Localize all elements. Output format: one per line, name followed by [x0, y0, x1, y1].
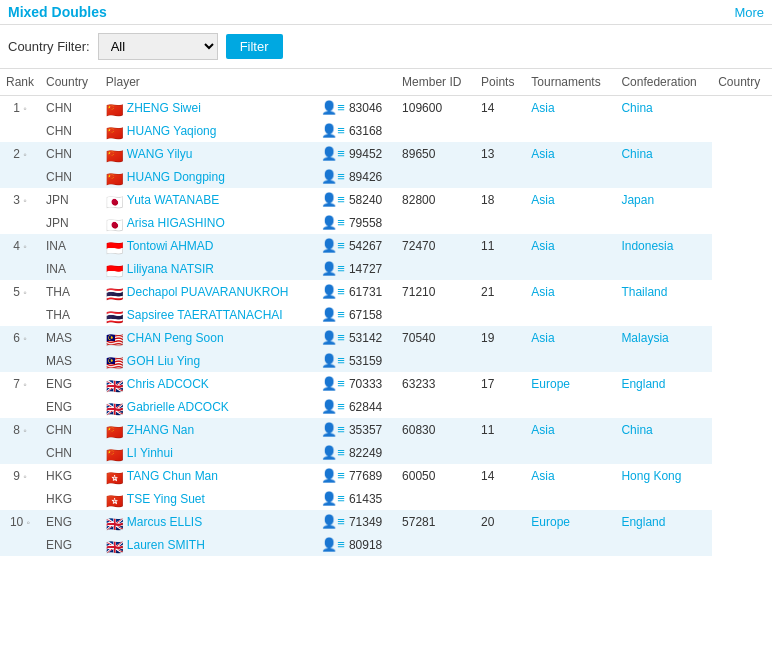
rank-cell: 3 ◦: [0, 188, 40, 211]
confederation-link[interactable]: Asia: [531, 239, 554, 253]
player-name-cell: Gabrielle ADCOCK: [100, 395, 315, 418]
member-id-cell: 👤≡79558: [315, 211, 396, 234]
gb-flag-icon: [106, 516, 124, 528]
player-link[interactable]: ZHANG Nan: [127, 423, 194, 437]
country-full-link[interactable]: China: [621, 423, 652, 437]
tournaments-cell: 13: [475, 142, 525, 165]
table-row: 7 ◦ENGChris ADCOCK👤≡703336323317EuropeEn…: [0, 372, 772, 395]
gb-flag-icon: [106, 539, 124, 551]
country-full-link[interactable]: Thailand: [621, 285, 667, 299]
player-link[interactable]: Chris ADCOCK: [127, 377, 209, 391]
confederation-link[interactable]: Asia: [531, 331, 554, 345]
person-icon: 👤≡: [321, 422, 345, 437]
person-icon: 👤≡: [321, 330, 345, 345]
player-link[interactable]: Marcus ELLIS: [127, 515, 202, 529]
player-link[interactable]: TANG Chun Man: [127, 469, 218, 483]
player-link[interactable]: LI Yinhui: [127, 446, 173, 460]
table-row: CHNHUANG Yaqiong👤≡63168: [0, 119, 772, 142]
confederation-link[interactable]: Asia: [531, 193, 554, 207]
country-filter-select[interactable]: All: [98, 33, 218, 60]
country-full-cell: [615, 257, 712, 280]
country-full-cell: Malaysia: [615, 326, 712, 349]
cn-flag-icon: [106, 125, 124, 137]
tournaments-cell: [475, 487, 525, 510]
country-full-link[interactable]: Indonesia: [621, 239, 673, 253]
player-link[interactable]: Arisa HIGASHINO: [127, 216, 225, 230]
table-row: HKGTSE Ying Suet👤≡61435: [0, 487, 772, 510]
table-row: 9 ◦HKGTANG Chun Man👤≡776896005014AsiaHon…: [0, 464, 772, 487]
cn-flag-icon: [106, 447, 124, 459]
person-icon: 👤≡: [321, 399, 345, 414]
player-link[interactable]: GOH Liu Ying: [127, 354, 200, 368]
person-icon: 👤≡: [321, 445, 345, 460]
points-cell: [396, 211, 475, 234]
country-full-link[interactable]: China: [621, 101, 652, 115]
player-link[interactable]: Tontowi AHMAD: [127, 239, 214, 253]
member-id-cell: 👤≡89426: [315, 165, 396, 188]
member-id-cell: 👤≡35357: [315, 418, 396, 441]
player-name-cell: Liliyana NATSIR: [100, 257, 315, 280]
player-name-cell: Dechapol PUAVARANUKROH: [100, 280, 315, 303]
player-link[interactable]: Dechapol PUAVARANUKROH: [127, 285, 289, 299]
player-name-cell: CHAN Peng Soon: [100, 326, 315, 349]
member-id-cell: 👤≡83046: [315, 96, 396, 120]
player-link[interactable]: HUANG Dongping: [127, 170, 225, 184]
player-link[interactable]: CHAN Peng Soon: [127, 331, 224, 345]
country-full-link[interactable]: Hong Kong: [621, 469, 681, 483]
confederation-cell: Europe: [525, 372, 615, 395]
more-link[interactable]: More: [734, 5, 764, 20]
country-code-cell: THA: [40, 280, 100, 303]
table-row: THASapsiree TAERATTANACHAI👤≡67158: [0, 303, 772, 326]
country-full-link[interactable]: Malaysia: [621, 331, 668, 345]
country-full-link[interactable]: Japan: [621, 193, 654, 207]
player-link[interactable]: Lauren SMITH: [127, 538, 205, 552]
confederation-link[interactable]: Asia: [531, 147, 554, 161]
member-id-cell: 👤≡77689: [315, 464, 396, 487]
country-full-link[interactable]: China: [621, 147, 652, 161]
rank-cell: 5 ◦: [0, 280, 40, 303]
player-link[interactable]: Yuta WATANABE: [127, 193, 219, 207]
confederation-cell: [525, 349, 615, 372]
confederation-cell: [525, 165, 615, 188]
country-full-link[interactable]: England: [621, 515, 665, 529]
member-id-cell: 👤≡58240: [315, 188, 396, 211]
player-name-cell: Tontowi AHMAD: [100, 234, 315, 257]
confederation-link[interactable]: Europe: [531, 377, 570, 391]
player-link[interactable]: ZHENG Siwei: [127, 101, 201, 115]
player-link[interactable]: Gabrielle ADCOCK: [127, 400, 229, 414]
player-link[interactable]: WANG Yilyu: [127, 147, 193, 161]
confederation-cell: [525, 211, 615, 234]
player-link[interactable]: Sapsiree TAERATTANACHAI: [127, 308, 283, 322]
country-full-cell: England: [615, 510, 712, 533]
confederation-cell: Asia: [525, 418, 615, 441]
country-full-link[interactable]: England: [621, 377, 665, 391]
country-code-cell: HKG: [40, 464, 100, 487]
col-points: Points: [475, 69, 525, 96]
confederation-link[interactable]: Asia: [531, 101, 554, 115]
country-full-cell: [615, 441, 712, 464]
person-icon: 👤≡: [321, 192, 345, 207]
player-name-cell: Marcus ELLIS: [100, 510, 315, 533]
rank-cell: 4 ◦: [0, 234, 40, 257]
member-id-cell: 👤≡70333: [315, 372, 396, 395]
player-link[interactable]: HUANG Yaqiong: [127, 124, 217, 138]
table-row: MASGOH Liu Ying👤≡53159: [0, 349, 772, 372]
confederation-cell: [525, 303, 615, 326]
confederation-link[interactable]: Asia: [531, 285, 554, 299]
country-code-cell: HKG: [40, 487, 100, 510]
confederation-link[interactable]: Asia: [531, 423, 554, 437]
player-link[interactable]: TSE Ying Suet: [127, 492, 205, 506]
country-full-cell: England: [615, 372, 712, 395]
confederation-link[interactable]: Asia: [531, 469, 554, 483]
country-code-cell: ENG: [40, 533, 100, 556]
table-row: 1 ◦CHNZHENG Siwei👤≡8304610960014AsiaChin…: [0, 96, 772, 120]
confederation-cell: Asia: [525, 326, 615, 349]
person-icon: 👤≡: [321, 376, 345, 391]
filter-button[interactable]: Filter: [226, 34, 283, 59]
player-link[interactable]: Liliyana NATSIR: [127, 262, 214, 276]
member-id-cell: 👤≡14727: [315, 257, 396, 280]
confederation-link[interactable]: Europe: [531, 515, 570, 529]
points-cell: 72470: [396, 234, 475, 257]
points-cell: [396, 441, 475, 464]
member-id-cell: 👤≡62844: [315, 395, 396, 418]
